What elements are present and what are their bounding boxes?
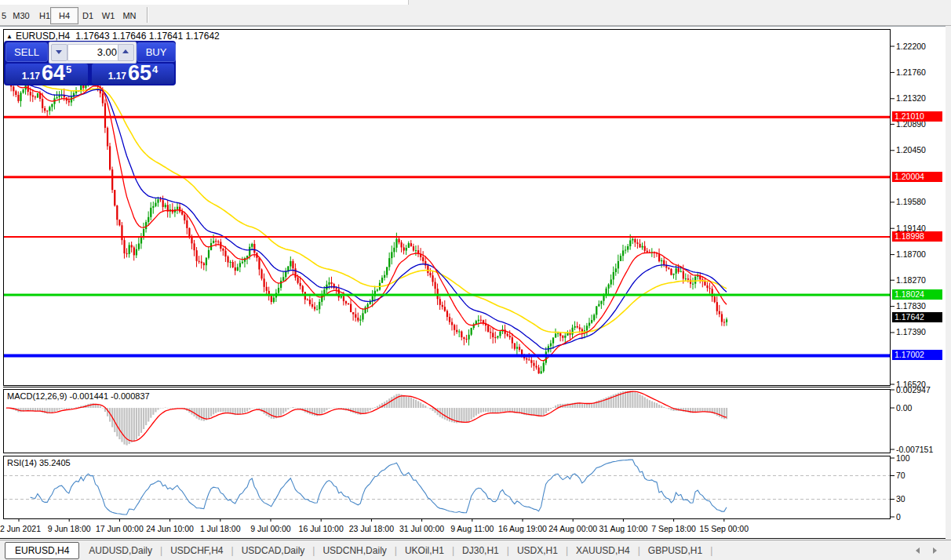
volume-decrease-button[interactable] [51, 44, 67, 61]
buy-price-prefix: 1.17 [108, 71, 126, 82]
svg-text:100: 100 [896, 453, 910, 463]
svg-text:1.22200: 1.22200 [896, 42, 926, 51]
chart-tab-ukoil[interactable]: UKOil,H1 [397, 542, 452, 559]
svg-text:24 Aug 00:00: 24 Aug 00:00 [548, 524, 597, 533]
tab-scroll-right-icon[interactable] [933, 547, 937, 554]
chart-tab-audusd[interactable]: AUDUSD,Daily [81, 542, 160, 559]
tab-scroll-left-icon[interactable] [916, 547, 920, 554]
chart-panels [0, 30, 946, 539]
svg-text:70: 70 [896, 471, 905, 480]
chart-tab-xauusd[interactable]: XAUUSD,H4 [568, 542, 638, 559]
sell-price-big: 64 [42, 64, 65, 83]
svg-text:9 Jun 18:00: 9 Jun 18:00 [48, 524, 91, 533]
time-axis: 2 Jun 20219 Jun 18:0017 Jun 00:0024 Jun … [0, 519, 749, 533]
svg-text:9 Jul 00:00: 9 Jul 00:00 [250, 524, 291, 533]
arrow-down-icon [56, 50, 62, 54]
arrow-up-icon [122, 49, 129, 53]
volume-input[interactable]: 3.00 [67, 44, 120, 61]
svg-text:1.17390: 1.17390 [896, 327, 926, 336]
svg-text:0.002947: 0.002947 [896, 385, 931, 395]
macd-indicator-label: MACD(12,26,9) -0.001441 -0.000837 [7, 391, 150, 401]
buy-button[interactable]: BUY [137, 42, 176, 62]
svg-text:1.20450: 1.20450 [896, 145, 926, 155]
svg-text:9 Aug 11:00: 9 Aug 11:00 [450, 524, 494, 533]
svg-text:31 Jul 00:00: 31 Jul 00:00 [399, 524, 444, 533]
price-axis: 1.222001.217601.213201.208901.204501.195… [891, 42, 933, 522]
svg-text:7 Sep 18:00: 7 Sep 18:00 [651, 524, 696, 533]
sell-price-pip: 5 [66, 64, 71, 75]
svg-text:16 Jul 10:00: 16 Jul 10:00 [299, 524, 344, 533]
svg-text:1.19140: 1.19140 [896, 224, 926, 233]
chart-tab-usdx[interactable]: USDX,H1 [509, 542, 566, 559]
volume-increase-button[interactable] [118, 44, 134, 61]
svg-text:24 Jun 10:00: 24 Jun 10:00 [146, 524, 194, 533]
chart-tab-bar: EURUSD,H4AUDUSD,Daily|USDCHF,H4|USDCAD,D… [0, 540, 951, 560]
chart-header: ▲EURUSD,H41.17643 1.17646 1.17641 1.1764… [6, 31, 220, 42]
chart-tab-usdchf[interactable]: USDCHF,H4 [162, 542, 231, 559]
svg-text:15 Sep 00:00: 15 Sep 00:00 [700, 524, 749, 533]
svg-text:1.19580: 1.19580 [896, 197, 926, 206]
svg-text:1.17830: 1.17830 [896, 301, 926, 311]
tab-divider: | [710, 545, 712, 556]
chart-symbol-label: EURUSD,H4 [16, 31, 70, 42]
sell-price-prefix: 1.17 [22, 71, 40, 82]
svg-text:2 Jun 2021: 2 Jun 2021 [0, 524, 41, 533]
svg-text:0: 0 [896, 512, 901, 522]
one-click-trading-widget: SELL 3.00 BUY 1.17645 1.17654 [4, 41, 176, 85]
volume-stepper: 3.00 [49, 42, 137, 64]
buy-price-big: 65 [128, 64, 151, 83]
chart-tab-usdcnh[interactable]: USDCNH,Daily [315, 542, 394, 559]
svg-text:1.20890: 1.20890 [896, 119, 926, 129]
rsi-indicator-label: RSI(14) 35.2405 [7, 458, 71, 467]
mt4-terminal: { "toolbar": { "timeframes": [ {"label":… [0, 0, 951, 560]
svg-text:23 Jul 18:00: 23 Jul 18:00 [349, 524, 394, 533]
sell-price-quote[interactable]: 1.17645 [5, 64, 88, 84]
chart-tab-dj30[interactable]: DJ30,H1 [454, 542, 507, 559]
chart-tab-usdcad[interactable]: USDCAD,Daily [234, 542, 313, 559]
svg-text:1.18270: 1.18270 [896, 275, 926, 285]
chart-tab-gbpusd[interactable]: GBPUSD,H1 [640, 542, 710, 559]
collapse-triangle-icon[interactable]: ▲ [6, 33, 13, 40]
trade-top-row: SELL 3.00 BUY [4, 42, 176, 62]
svg-text:31 Aug 10:00: 31 Aug 10:00 [599, 524, 647, 533]
svg-text:1.18700: 1.18700 [896, 249, 926, 259]
svg-text:17 Jun 00:00: 17 Jun 00:00 [96, 524, 144, 533]
svg-text:1.21760: 1.21760 [896, 67, 926, 77]
buy-price-pip: 4 [152, 64, 158, 75]
sell-button[interactable]: SELL [5, 42, 48, 62]
svg-text:1 Jul 18:00: 1 Jul 18:00 [200, 524, 241, 533]
svg-text:0.00: 0.00 [896, 403, 913, 413]
svg-text:1.21320: 1.21320 [896, 93, 926, 103]
chart-ohlc-values: 1.17643 1.17646 1.17641 1.17642 [75, 31, 220, 42]
svg-text:16 Aug 19:00: 16 Aug 19:00 [498, 524, 547, 533]
buy-price-quote[interactable]: 1.17654 [92, 64, 174, 84]
svg-text:30: 30 [896, 494, 905, 504]
chart-tab-eurusd[interactable]: EURUSD,H4 [5, 542, 79, 559]
